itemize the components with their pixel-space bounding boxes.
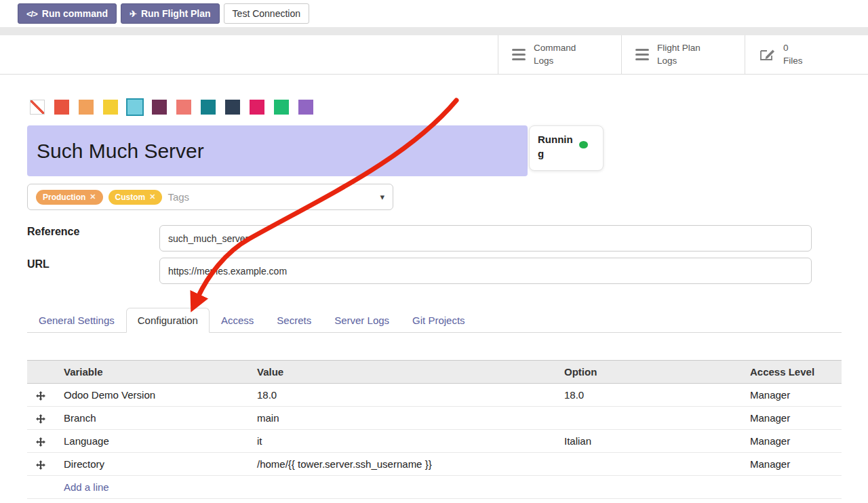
command-logs-button[interactable]: Command Logs <box>498 35 621 74</box>
page: </> Run command ✈ Run Flight Plan Test C… <box>0 0 868 503</box>
color-swatch-green[interactable] <box>274 100 289 115</box>
configuration-table: Variable Value Option Access Level Odoo … <box>27 360 842 499</box>
header-row: Command Logs Flight Plan Logs <box>0 35 868 75</box>
cell-option[interactable]: 18.0 <box>555 384 741 407</box>
notebook-tabs: General Settings Configuration Access Se… <box>27 308 842 333</box>
cell-option[interactable] <box>555 453 741 476</box>
tag-label: Production <box>43 193 85 202</box>
dropdown-caret-icon[interactable]: ▾ <box>380 192 384 202</box>
color-swatch-navy[interactable] <box>225 100 240 115</box>
tab-access[interactable]: Access <box>210 308 265 333</box>
tag-custom[interactable]: Custom ✕ <box>108 190 163 205</box>
add-a-line-link[interactable]: Add a line <box>64 481 109 493</box>
url-label: URL <box>27 258 50 270</box>
cell-variable[interactable]: Directory <box>54 453 248 476</box>
stat-line: Logs <box>657 55 701 68</box>
divider-strip <box>0 27 868 35</box>
test-connection-button[interactable]: Test Connection <box>224 3 309 24</box>
col-variable: Variable <box>54 361 248 384</box>
color-swatch-none[interactable] <box>30 100 45 115</box>
add-line-row: Add a line <box>27 476 842 499</box>
cell-value[interactable]: it <box>248 430 555 453</box>
color-swatch-teal[interactable] <box>201 100 216 115</box>
files-label: 0 Files <box>783 42 803 68</box>
menu-bars-icon <box>635 49 649 60</box>
drag-handle-icon[interactable] <box>36 414 45 424</box>
stat-line: Flight Plan <box>657 42 701 55</box>
cell-value[interactable]: 18.0 <box>248 384 555 407</box>
table-row[interactable]: Odoo Demo Version 18.0 18.0 Manager <box>27 384 842 407</box>
tab-secrets[interactable]: Secrets <box>265 308 323 333</box>
cell-value[interactable]: main <box>248 407 555 430</box>
cell-option[interactable]: Italian <box>555 430 741 453</box>
table-row[interactable]: Directory /home/{{ tower.server.ssh_user… <box>27 453 842 476</box>
stat-line: Files <box>783 55 803 68</box>
status-card: Running <box>529 125 604 171</box>
color-palette <box>30 100 313 115</box>
flight-plan-logs-button[interactable]: Flight Plan Logs <box>621 35 745 74</box>
action-toolbar: </> Run command ✈ Run Flight Plan Test C… <box>0 0 868 27</box>
tag-label: Custom <box>115 193 146 202</box>
status-dot <box>579 141 588 148</box>
tags-placeholder: Tags <box>167 191 189 203</box>
tag-production[interactable]: Production ✕ <box>36 190 103 205</box>
color-swatch-purple[interactable] <box>298 100 313 115</box>
edit-icon <box>759 47 775 62</box>
stat-line: Logs <box>534 55 576 68</box>
tab-server-logs[interactable]: Server Logs <box>323 308 401 333</box>
cell-access-level[interactable]: Manager <box>741 430 842 453</box>
col-handle <box>27 361 54 384</box>
cell-access-level[interactable]: Manager <box>741 384 842 407</box>
flight-plan-logs-label: Flight Plan Logs <box>657 42 701 68</box>
menu-bars-icon <box>512 49 526 60</box>
run-command-label: Run command <box>42 8 108 19</box>
cell-value[interactable]: /home/{{ tower.server.ssh_username }} <box>248 453 555 476</box>
color-swatch-orange[interactable] <box>79 100 94 115</box>
run-flight-plan-button[interactable]: ✈ Run Flight Plan <box>121 3 220 24</box>
tab-general-settings[interactable]: General Settings <box>27 308 126 333</box>
files-count: 0 <box>783 42 803 55</box>
color-swatch-cyan-selected[interactable] <box>127 100 142 115</box>
table-row[interactable]: Language it Italian Manager <box>27 430 842 453</box>
status-label: Running <box>538 132 574 164</box>
reference-input[interactable] <box>159 225 812 252</box>
tab-git-projects[interactable]: Git Projects <box>401 308 477 333</box>
table-header-row: Variable Value Option Access Level <box>27 361 842 384</box>
color-swatch-red[interactable] <box>54 100 69 115</box>
drag-handle-icon[interactable] <box>36 437 45 447</box>
color-swatch-salmon[interactable] <box>176 100 191 115</box>
stat-line: Command <box>534 42 576 55</box>
stat-buttons: Command Logs Flight Plan Logs <box>498 35 868 74</box>
plane-icon: ✈ <box>130 9 136 19</box>
drag-handle-icon[interactable] <box>36 460 45 470</box>
tags-input[interactable]: Production ✕ Custom ✕ Tags ▾ <box>27 184 393 210</box>
run-command-button[interactable]: </> Run command <box>18 3 117 24</box>
cell-variable[interactable]: Odoo Demo Version <box>54 384 248 407</box>
run-flight-plan-label: Run Flight Plan <box>141 8 211 19</box>
cell-access-level[interactable]: Manager <box>741 407 842 430</box>
url-input[interactable] <box>159 258 812 284</box>
color-swatch-plum[interactable] <box>152 100 167 115</box>
cell-variable[interactable]: Language <box>54 430 248 453</box>
color-swatch-yellow[interactable] <box>103 100 118 115</box>
tab-configuration[interactable]: Configuration <box>126 308 210 333</box>
reference-label: Reference <box>27 226 79 238</box>
col-access-level: Access Level <box>741 361 842 384</box>
remove-tag-icon[interactable]: ✕ <box>149 193 155 201</box>
table-row[interactable]: Branch main Manager <box>27 407 842 430</box>
command-logs-label: Command Logs <box>534 42 576 68</box>
remove-tag-icon[interactable]: ✕ <box>90 193 96 201</box>
cell-access-level[interactable]: Manager <box>741 453 842 476</box>
col-option: Option <box>555 361 741 384</box>
col-value: Value <box>248 361 555 384</box>
code-icon: </> <box>26 9 37 19</box>
color-swatch-magenta[interactable] <box>250 100 264 115</box>
drag-handle-icon[interactable] <box>36 391 45 401</box>
server-name-input[interactable] <box>27 125 528 176</box>
cell-variable[interactable]: Branch <box>54 407 248 430</box>
files-button[interactable]: 0 Files <box>745 35 868 74</box>
cell-option[interactable] <box>555 407 741 430</box>
